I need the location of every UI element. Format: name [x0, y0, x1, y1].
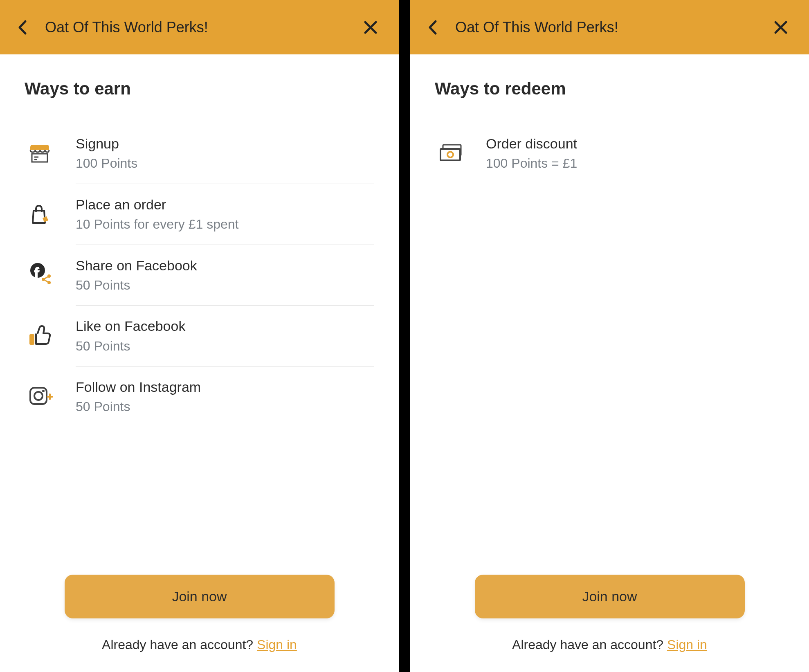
item-subtitle: 50 Points: [76, 277, 374, 294]
item-title: Follow on Instagram: [76, 378, 374, 396]
item-title: Signup: [76, 135, 374, 153]
svg-rect-2: [32, 154, 47, 162]
store-icon: [25, 142, 76, 165]
redeem-panel: Oat Of This World Perks! Ways to redeem: [410, 0, 809, 672]
sign-in-link[interactable]: Sign in: [667, 637, 707, 652]
redeem-item-discount[interactable]: Order discount 100 Points = £1: [435, 123, 784, 184]
panel-footer: Join now Already have an account? Sign i…: [0, 563, 399, 672]
account-prompt: Already have an account?: [102, 637, 257, 652]
shopping-bag-icon: [25, 202, 76, 226]
item-text: Follow on Instagram 50 Points: [76, 378, 374, 416]
svg-rect-11: [29, 334, 34, 345]
panel-gap: [399, 0, 410, 672]
earn-item-signup[interactable]: Signup 100 Points: [25, 123, 374, 184]
thumbs-up-icon: [25, 324, 76, 347]
item-text: Like on Facebook 50 Points: [76, 317, 374, 355]
redeem-list: Order discount 100 Points = £1: [435, 123, 784, 184]
item-text: Order discount 100 Points = £1: [486, 135, 784, 172]
panel-title: Oat Of This World Perks!: [443, 19, 771, 36]
item-subtitle: 100 Points: [76, 155, 374, 172]
back-button[interactable]: [422, 17, 443, 38]
earn-item-order[interactable]: Place an order 10 Points for every £1 sp…: [25, 184, 374, 245]
svg-line-10: [44, 280, 48, 282]
item-title: Place an order: [76, 196, 374, 214]
join-now-button[interactable]: Join now: [65, 575, 335, 618]
earn-item-instagram[interactable]: Follow on Instagram 50 Points: [25, 366, 374, 427]
item-title: Order discount: [486, 135, 784, 153]
panel-content: Ways to earn Signup 100 Points: [0, 54, 399, 563]
earn-item-fb-share[interactable]: Share on Facebook 50 Points: [25, 245, 374, 306]
back-button[interactable]: [12, 17, 33, 38]
chevron-left-icon: [427, 20, 438, 35]
panel-header: Oat Of This World Perks!: [0, 0, 399, 54]
svg-rect-20: [440, 149, 460, 160]
panel-content: Ways to redeem Order discount 100 Points…: [410, 54, 809, 563]
panel-footer: Join now Already have an account? Sign i…: [410, 563, 809, 672]
close-icon: [364, 20, 378, 34]
item-subtitle: 50 Points: [76, 398, 374, 416]
sign-in-link[interactable]: Sign in: [257, 637, 297, 652]
signin-row: Already have an account? Sign in: [435, 637, 784, 652]
cash-icon: [435, 142, 486, 164]
item-title: Like on Facebook: [76, 317, 374, 335]
earn-item-fb-like[interactable]: Like on Facebook 50 Points: [25, 306, 374, 366]
earn-list: Signup 100 Points Place an order 10 Poin…: [25, 123, 374, 427]
item-subtitle: 50 Points: [76, 338, 374, 355]
signin-row: Already have an account? Sign in: [25, 637, 374, 652]
facebook-share-icon: [25, 262, 76, 288]
item-text: Signup 100 Points: [76, 135, 374, 172]
close-button[interactable]: [771, 17, 791, 38]
svg-point-14: [42, 390, 45, 392]
instagram-icon: [25, 385, 76, 408]
section-title: Ways to redeem: [435, 79, 784, 99]
chevron-left-icon: [17, 20, 28, 35]
svg-line-9: [44, 276, 48, 279]
item-title: Share on Facebook: [76, 256, 374, 274]
panel-title: Oat Of This World Perks!: [33, 19, 360, 36]
panel-header: Oat Of This World Perks!: [410, 0, 809, 54]
svg-point-13: [34, 392, 43, 400]
earn-panel: Oat Of This World Perks! Ways to earn: [0, 0, 399, 672]
item-subtitle: 10 Points for every £1 spent: [76, 216, 374, 233]
section-title: Ways to earn: [25, 79, 374, 99]
item-text: Share on Facebook 50 Points: [76, 256, 374, 294]
account-prompt: Already have an account?: [512, 637, 667, 652]
item-text: Place an order 10 Points for every £1 sp…: [76, 196, 374, 233]
close-button[interactable]: [360, 17, 381, 38]
close-icon: [774, 20, 788, 34]
item-subtitle: 100 Points = £1: [486, 155, 784, 172]
join-now-button[interactable]: Join now: [475, 575, 745, 618]
